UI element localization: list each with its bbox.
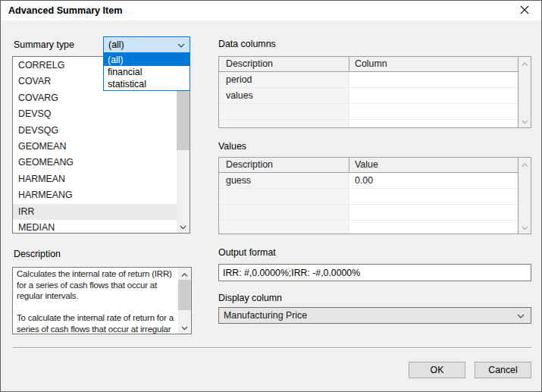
scroll-down-button[interactable]	[519, 221, 531, 234]
footer-divider	[13, 347, 531, 349]
list-item[interactable]: HARMEAN	[13, 171, 177, 187]
column-header-description[interactable]: Description	[219, 158, 349, 172]
chevron-down-icon	[177, 39, 190, 50]
dropdown-option[interactable]: financial	[104, 66, 190, 78]
advanced-summary-item-dialog: Advanced Summary Item Summary type (all)…	[0, 0, 542, 392]
display-column-label: Display column	[218, 293, 282, 304]
list-item[interactable]: DEVSQ	[13, 106, 177, 122]
close-icon	[520, 5, 529, 17]
table-data-columns: Description Column periodvalues	[218, 56, 531, 128]
dialog-title: Advanced Summary Item	[8, 1, 122, 20]
table-header: Description Value	[219, 158, 518, 173]
list-item[interactable]: IRR	[13, 204, 177, 220]
table-row[interactable]: guess0.00	[219, 173, 518, 189]
chevron-down-icon	[522, 116, 528, 127]
list-item[interactable]: HARMEANG	[13, 187, 177, 203]
scroll-down-button[interactable]	[519, 114, 531, 127]
table-row[interactable]	[219, 221, 518, 234]
column-header-value[interactable]: Value	[349, 158, 518, 172]
table-row[interactable]: values	[219, 88, 518, 104]
scroll-up-button[interactable]	[519, 57, 531, 70]
description-text: Calculates the internal rate of return (…	[13, 268, 178, 334]
scroll-down-button[interactable]	[178, 321, 191, 334]
table-rows: periodvalues	[219, 72, 518, 127]
table-row[interactable]	[219, 189, 518, 205]
summary-type-label: Summary type	[14, 39, 74, 51]
list-item[interactable]: GEOMEAN	[13, 139, 177, 155]
output-format-label: Output format	[218, 247, 276, 259]
table-row[interactable]: period	[219, 72, 518, 88]
list-item[interactable]: COVARG	[13, 90, 177, 106]
summary-type-dropdown-list: (all)financialstatistical	[103, 53, 190, 91]
table-header: Description Column	[219, 57, 518, 72]
table-scrollbar[interactable]	[518, 158, 531, 234]
table-row[interactable]	[219, 120, 518, 127]
scrollbar-thumb[interactable]	[178, 280, 191, 310]
chevron-up-icon	[522, 58, 528, 69]
title-bar: Advanced Summary Item	[1, 1, 541, 20]
ok-button[interactable]: OK	[409, 362, 465, 378]
list-item[interactable]: GEOMEANG	[13, 155, 177, 171]
summary-type-value: (all)	[104, 37, 177, 52]
table-row[interactable]	[219, 104, 518, 120]
display-column-combobox[interactable]: Manufacturing Price	[218, 307, 531, 324]
values-label: Values	[218, 141, 246, 152]
chevron-down-icon	[180, 221, 186, 232]
close-button[interactable]	[507, 1, 541, 20]
description-box: Calculates the internal rate of return (…	[12, 267, 192, 334]
chevron-down-icon	[522, 222, 528, 233]
table-scrollbar[interactable]	[518, 57, 531, 127]
scroll-up-button[interactable]	[178, 268, 191, 281]
scroll-down-button[interactable]	[177, 220, 190, 233]
scrollbar-thumb[interactable]	[177, 90, 190, 150]
scroll-up-button[interactable]	[519, 158, 531, 171]
column-header-column[interactable]: Column	[349, 57, 518, 71]
chevron-up-icon	[522, 159, 528, 170]
column-header-description[interactable]: Description	[219, 57, 349, 71]
chevron-down-icon	[181, 322, 188, 333]
cancel-button[interactable]: Cancel	[475, 362, 531, 378]
list-item[interactable]: MEDIAN	[13, 220, 177, 233]
table-row[interactable]	[219, 205, 518, 221]
table-rows: guess0.00	[219, 173, 518, 234]
dropdown-option[interactable]: (all)	[104, 54, 190, 66]
table-values: Description Value guess0.00	[218, 157, 531, 234]
chevron-down-icon	[517, 310, 531, 321]
chevron-up-icon	[181, 269, 188, 280]
list-item[interactable]: DEVSQG	[13, 123, 177, 139]
description-scrollbar[interactable]	[178, 268, 191, 334]
description-label: Description	[14, 249, 61, 260]
data-columns-label: Data columns	[218, 39, 276, 50]
dropdown-option[interactable]: statistical	[104, 78, 190, 90]
output-format-input[interactable]	[218, 264, 531, 281]
summary-type-combobox[interactable]: (all)	[103, 36, 190, 53]
display-column-value: Manufacturing Price	[219, 308, 517, 323]
